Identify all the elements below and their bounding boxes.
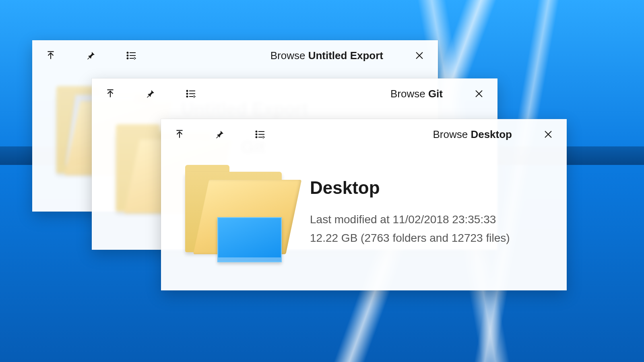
svg-point-2 (127, 52, 128, 53)
svg-point-4 (127, 55, 128, 56)
up-icon[interactable] (171, 125, 188, 143)
close-icon[interactable] (467, 85, 491, 103)
up-icon[interactable] (101, 85, 119, 103)
close-icon[interactable] (407, 47, 431, 64)
window-title: Browse Desktop (433, 128, 512, 141)
list-settings-icon[interactable] (182, 85, 200, 103)
titlebar[interactable]: Browse Git (92, 78, 497, 109)
window-body: Desktop Last modified at 11/02/2018 23:3… (161, 150, 567, 290)
titlebar[interactable]: Browse Untitled Export (32, 40, 438, 71)
pin-icon[interactable] (142, 85, 159, 103)
list-settings-icon[interactable] (251, 125, 269, 143)
folder-name: Desktop (310, 178, 510, 198)
desktop-folder-icon (185, 162, 290, 266)
stats-line: 12.22 GB (2763 folders and 12723 files) (310, 232, 510, 245)
svg-point-26 (256, 137, 257, 138)
window-title: Browse Git (390, 88, 443, 100)
svg-point-12 (187, 90, 188, 92)
monitor-overlay-icon (217, 217, 282, 262)
pin-icon[interactable] (82, 47, 100, 64)
window-title: Browse Untitled Export (270, 49, 383, 62)
svg-point-6 (127, 58, 128, 59)
svg-point-16 (187, 96, 188, 97)
desktop-background: Browse Untitled Export Untitled Export (0, 0, 644, 362)
svg-point-22 (256, 131, 257, 132)
list-settings-icon[interactable] (122, 47, 140, 64)
titlebar[interactable]: Browse Desktop (161, 119, 567, 150)
pin-icon[interactable] (211, 125, 229, 143)
modified-line: Last modified at 11/02/2018 23:35:33 (310, 213, 510, 226)
svg-point-14 (187, 93, 188, 95)
close-icon[interactable] (536, 125, 560, 143)
up-icon[interactable] (42, 47, 60, 64)
svg-point-24 (256, 134, 257, 135)
preview-window-desktop[interactable]: Browse Desktop Desktop Last modified at … (161, 119, 567, 290)
